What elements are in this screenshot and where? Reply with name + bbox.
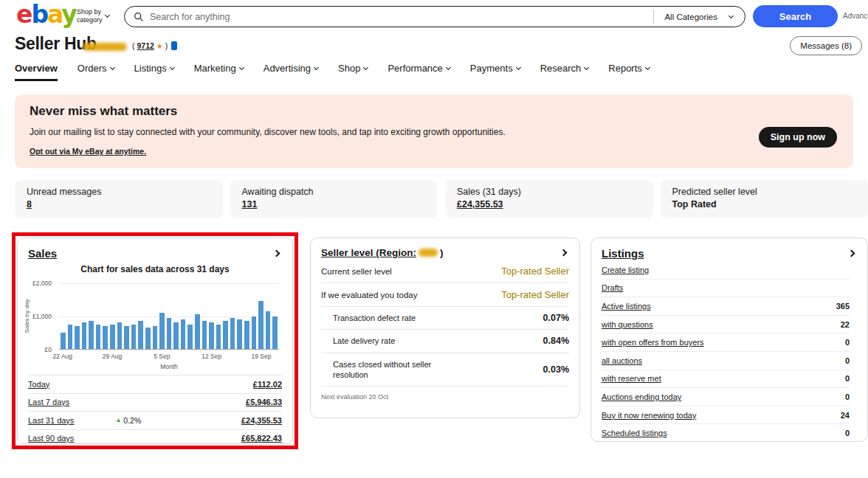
sales-amount-link[interactable]: £5,946.33 [246, 398, 282, 406]
sales-panel: Sales Chart for sales data across 31 day… [17, 238, 293, 444]
stat-value-link[interactable]: £24,355.53 [457, 199, 503, 209]
nav-item-orders[interactable]: Orders [78, 63, 114, 81]
nav-item-advertising[interactable]: Advertising [264, 63, 318, 81]
x-tick-label: 29 Aug [103, 353, 122, 360]
chevron-down-icon [239, 65, 244, 70]
ebay-logo[interactable]: ebay [16, 0, 76, 29]
listing-link[interactable]: Active listings [602, 302, 651, 311]
logo-letter-b: b [31, 0, 47, 29]
listing-count: 0 [845, 429, 850, 437]
y-tick-label: £0 [45, 346, 52, 353]
listing-link[interactable]: with reserve met [602, 374, 661, 383]
stat-value-link[interactable]: 8 [27, 199, 32, 209]
sales-period-link[interactable]: Last 31 days [28, 416, 74, 425]
nav-item-label: Advertising [264, 63, 311, 74]
listings-panel-title[interactable]: Listings [602, 247, 644, 260]
nav-item-label: Overview [15, 63, 58, 74]
x-tick-label: 22 Aug [53, 353, 72, 360]
sales-period-link[interactable]: Last 90 days [28, 434, 74, 443]
y-axis: £2,000£1,000£0 [18, 283, 56, 350]
redacted-region [418, 249, 438, 257]
seller-level-row-if-we-evaluated-you-today: If we evaluated you todayTop-rated Selle… [321, 283, 569, 307]
stat-value-link[interactable]: Top Rated [672, 199, 717, 209]
chevron-down-icon [645, 65, 650, 70]
chevron-right-icon[interactable] [848, 250, 855, 257]
y-tick-label: £2,000 [32, 280, 52, 287]
nav-item-label: Orders [78, 63, 107, 74]
metric-label: Transaction defect rate [333, 313, 416, 323]
listing-link[interactable]: Buy it now renewing today [602, 411, 696, 420]
logo-letter-y: y [61, 0, 76, 29]
main-nav: OverviewOrdersListingsMarketingAdvertisi… [15, 63, 650, 81]
search-input[interactable] [144, 12, 653, 22]
stat-value-link[interactable]: 131 [242, 199, 258, 209]
listing-count: 0 [845, 338, 850, 347]
shop-by-label: Shop by category [77, 8, 103, 24]
redacted-username [83, 43, 127, 51]
nav-item-payments[interactable]: Payments [470, 63, 520, 81]
sales-panel-title[interactable]: Sales [28, 247, 57, 260]
nav-item-label: Research [540, 63, 582, 74]
metric-value: 0.84% [543, 336, 569, 346]
chevron-right-icon[interactable] [273, 250, 280, 257]
listing-link[interactable]: Auctions ending today [602, 392, 681, 401]
promo-banner: Never miss what matters Join our mailing… [15, 94, 853, 168]
sales-period-link[interactable]: Today [28, 380, 49, 389]
sales-amount-link[interactable]: £24,355.53 [241, 416, 282, 425]
search-icon [134, 12, 144, 22]
nav-item-shop[interactable]: Shop [338, 63, 368, 81]
listing-link[interactable]: Scheduled listings [602, 429, 667, 437]
opt-out-link[interactable]: Opt out via My eBay at anytime. [30, 147, 146, 156]
metric-value: Top-rated Seller [501, 289, 569, 300]
chart-bar [82, 322, 87, 349]
chart-bar [61, 333, 66, 349]
sales-amount-link[interactable]: £65,822.43 [241, 434, 282, 443]
sales-period-link[interactable]: Last 7 days [28, 398, 69, 406]
chevron-down-icon [728, 13, 734, 18]
sales-amount-link[interactable]: £112.02 [253, 380, 282, 389]
seller-level-panel-title[interactable]: Seller level (Region: ) [321, 247, 444, 258]
feedback-score-link[interactable]: 9712 [137, 41, 154, 50]
feedback-open-paren: ( [132, 41, 135, 50]
stat-label: Unread messages [27, 187, 211, 197]
metric-value: Top-rated Seller [501, 266, 569, 277]
chevron-right-icon[interactable] [560, 249, 568, 257]
chart-bar [96, 325, 101, 349]
categories-dropdown[interactable]: All Categories [654, 13, 745, 21]
metric-value: 0.07% [543, 313, 569, 323]
nav-item-label: Listings [134, 63, 167, 74]
listing-link[interactable]: Create listing [602, 266, 649, 274]
logo-letter-a: a [47, 0, 61, 29]
feedback-score: ( 9712 ★ ) [132, 41, 177, 50]
seller-level-row-cases-closed-without-seller-resolution: Cases closed without seller resolution0.… [321, 353, 569, 387]
sales-summary-rows: Today£112.02Last 7 days£5,946.33Last 31 … [28, 375, 282, 447]
listing-row-active-listings: Active listings365 [602, 297, 850, 316]
listing-link[interactable]: Drafts [602, 283, 623, 292]
nav-item-performance[interactable]: Performance [388, 63, 450, 81]
listing-link[interactable]: with open offers from buyers [602, 338, 704, 347]
advanced-search-link[interactable]: Advanced [843, 12, 868, 20]
messages-button[interactable]: Messages (8) [790, 36, 862, 55]
plot-area [59, 283, 279, 350]
listing-link[interactable]: with questions [602, 320, 653, 329]
listings-panel-header: Listings [591, 238, 867, 260]
sales-summary-row: Last 90 days£65,822.43 [28, 429, 282, 448]
listing-count: 22 [841, 320, 850, 329]
shop-by-category-menu[interactable]: Shop by category [77, 8, 109, 24]
nav-item-reports[interactable]: Reports [608, 63, 650, 81]
search-bar[interactable]: All Categories [124, 6, 745, 27]
nav-item-overview[interactable]: Overview [15, 63, 58, 81]
chart-bar [195, 314, 200, 349]
chart-bar [89, 321, 94, 349]
banner-title: Never miss what matters [30, 104, 177, 119]
search-button[interactable]: Search [753, 5, 838, 27]
chart-bar [75, 326, 80, 349]
listing-link[interactable]: all auctions [602, 356, 642, 365]
nav-item-marketing[interactable]: Marketing [194, 63, 244, 81]
sales-summary-row: Last 31 days▲0.2%£24,355.53 [28, 411, 282, 429]
listing-row-buy-it-now-renewing-today: Buy it now renewing today24 [602, 406, 850, 425]
nav-item-listings[interactable]: Listings [134, 63, 174, 81]
seller-level-panel-header: Seller level (Region: ) [311, 238, 579, 258]
sign-up-button[interactable]: Sign up now [759, 127, 837, 148]
nav-item-research[interactable]: Research [540, 63, 589, 81]
